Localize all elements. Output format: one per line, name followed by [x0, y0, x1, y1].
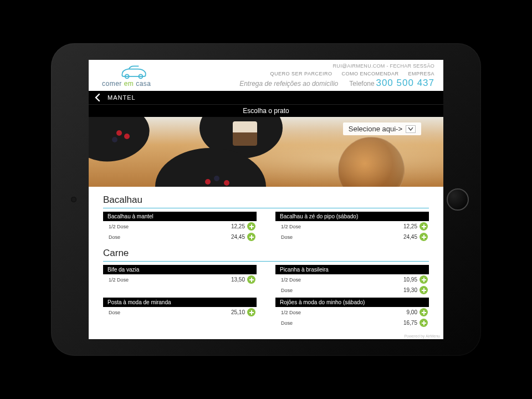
portion-price: 12,25 [231, 223, 245, 229]
add-button[interactable] [247, 233, 255, 241]
portion-price: 13,50 [231, 277, 245, 283]
dish-grid: Bacalhau à mantel1/2 Dose12,25Dose24,45B… [103, 212, 429, 244]
dish-name: Bacalhau à mantel [103, 212, 257, 221]
portion-label: 1/2 Dose [281, 310, 301, 315]
add-button[interactable] [420, 308, 428, 316]
portion-label: 1/2 Dose [281, 277, 301, 283]
logout-link[interactable]: FECHAR SESSÃO [390, 63, 434, 69]
dish-card: Rojões à moda do minho (sábado)1/2 Dose9… [275, 298, 429, 328]
portion-row: 1/2 Dose12,25 [275, 221, 429, 232]
portion-row: Dose25,10 [103, 307, 257, 318]
category-selector[interactable]: Selecione aqui-> [343, 122, 421, 135]
dish-grid: Bife da vazia1/2 Dose13,50Picanha à bras… [103, 265, 429, 330]
choose-plate-bar: Escolha o prato [89, 104, 443, 117]
dish-card: Picanha à brasileira1/2 Dose10,95Dose19,… [275, 265, 429, 295]
portion-row: Dose16,75 [275, 318, 429, 328]
dish-card: Bife da vazia1/2 Dose13,50 [103, 265, 257, 295]
category-title: Carne [103, 248, 429, 259]
add-button[interactable] [420, 275, 428, 284]
portion-row: 1/2 Dose10,95 [275, 274, 429, 285]
dish-name: Bife da vazia [103, 265, 257, 274]
app-screen: comer em casa RUI@AIRMENU.COM - FECHAR S… [89, 60, 443, 339]
menu-area: BacalhauBacalhau à mantel1/2 Dose12,25Do… [89, 187, 443, 330]
portion-price: 24,45 [403, 234, 417, 240]
restaurant-title: MANTEL [108, 94, 136, 101]
add-button[interactable] [247, 275, 255, 284]
add-button[interactable] [420, 286, 428, 294]
chevron-down-icon [406, 125, 416, 133]
dish-name: Bacalhau à zé do pipo (sábado) [275, 212, 429, 221]
category-title: Bacalhau [103, 195, 429, 206]
portion-label: 1/2 Dose [109, 277, 129, 283]
category-divider [103, 208, 429, 208]
tablet-home-button[interactable] [447, 188, 469, 211]
portion-row: Dose24,45 [103, 232, 257, 242]
powered-by: Powered by AirMenu [404, 334, 440, 338]
portion-label: Dose [281, 320, 293, 326]
session-info: RUI@AIRMENU.COM - FECHAR SESSÃO [239, 63, 434, 69]
portion-label: Dose [281, 234, 293, 240]
selector-label: Selecione aqui-> [349, 125, 402, 133]
portion-label: Dose [109, 310, 120, 315]
category-divider [103, 261, 429, 262]
add-button[interactable] [420, 319, 428, 327]
portion-price: 19,30 [403, 287, 417, 293]
tablet-frame: comer em casa RUI@AIRMENU.COM - FECHAR S… [51, 43, 481, 356]
top-header: comer em casa RUI@AIRMENU.COM - FECHAR S… [89, 60, 443, 89]
portion-price: 25,10 [231, 309, 245, 315]
dish-card: Posta à moda de mirandaDose25,10 [103, 298, 257, 328]
session-email: RUI@AIRMENU.COM [333, 63, 385, 69]
add-button[interactable] [247, 308, 255, 316]
phone-label: Telefone [349, 80, 374, 88]
tablet-camera [71, 197, 76, 202]
portion-row: Dose19,30 [275, 285, 429, 295]
back-icon[interactable] [93, 93, 102, 102]
add-button[interactable] [420, 233, 428, 241]
portion-price: 10,95 [403, 277, 417, 283]
nav-company[interactable]: EMPRESA [408, 71, 434, 76]
nav-partner[interactable]: QUERO SER PARCEIRO [270, 71, 332, 76]
hero-image: Selecione aqui-> [89, 117, 443, 187]
portion-label: 1/2 Dose [281, 224, 301, 229]
portion-label: Dose [281, 288, 293, 293]
portion-price: 24,45 [231, 234, 245, 240]
phone-number[interactable]: 300 500 437 [376, 78, 434, 88]
brand-name: comer em casa [102, 80, 168, 88]
header-nav: QUERO SER PARCEIRO COMO ENCOMENDAR EMPRE… [239, 71, 434, 76]
dish-card: Bacalhau à mantel1/2 Dose12,25Dose24,45 [103, 212, 257, 242]
dish-card: Bacalhau à zé do pipo (sábado)1/2 Dose12… [275, 212, 429, 242]
portion-row: 1/2 Dose12,25 [103, 221, 257, 232]
add-button[interactable] [247, 222, 255, 231]
portion-label: Dose [109, 234, 120, 240]
dish-name: Rojões à moda do minho (sábado) [275, 298, 429, 307]
portion-row: 1/2 Dose13,50 [103, 274, 257, 285]
add-button[interactable] [420, 222, 428, 231]
nav-how[interactable]: COMO ENCOMENDAR [341, 71, 398, 76]
dish-name: Posta à moda de miranda [103, 298, 257, 307]
portion-price: 12,25 [403, 223, 417, 229]
portion-price: 16,75 [403, 320, 417, 326]
restaurant-bar: MANTEL [89, 91, 443, 104]
portion-label: 1/2 Dose [109, 224, 129, 229]
brand-logo[interactable]: comer em casa [102, 63, 168, 88]
portion-price: 9,00 [407, 309, 417, 315]
brand-car-icon [119, 63, 149, 80]
tagline: Entrega de refeições ao domicílio [239, 80, 338, 88]
portion-row: 1/2 Dose9,00 [275, 307, 429, 318]
portion-row: Dose24,45 [275, 232, 429, 242]
dish-name: Picanha à brasileira [275, 265, 429, 274]
